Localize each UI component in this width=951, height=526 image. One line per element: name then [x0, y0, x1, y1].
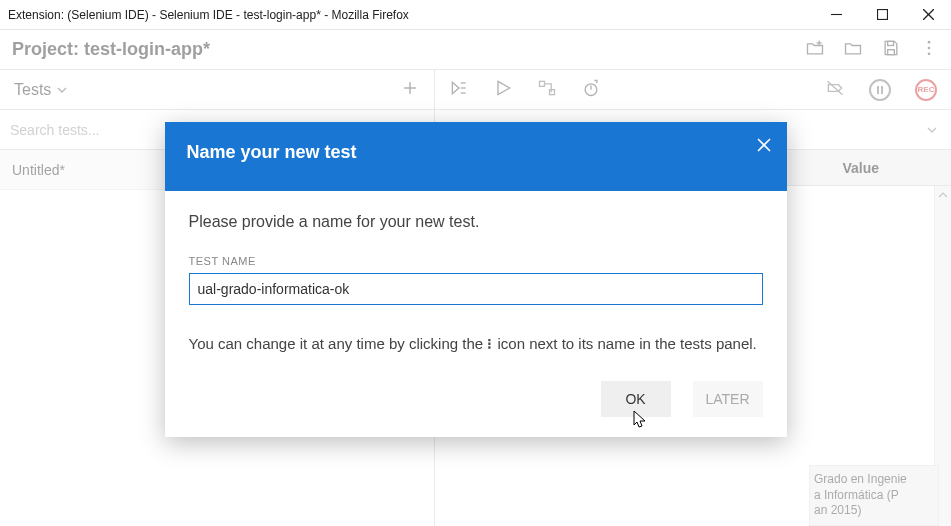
minimize-button[interactable]: [813, 0, 859, 30]
modal-hint: You can change it at any time by clickin…: [189, 333, 763, 355]
test-name-input[interactable]: [189, 273, 763, 305]
cursor-icon: [631, 409, 649, 431]
ok-button[interactable]: OK: [601, 381, 671, 417]
modal-overlay: Name your new test Please provide a name…: [0, 30, 951, 526]
window-buttons: [813, 0, 951, 30]
window-titlebar: Extension: (Selenium IDE) - Selenium IDE…: [0, 0, 951, 30]
svg-rect-1: [877, 10, 887, 20]
name-test-modal: Name your new test Please provide a name…: [165, 122, 787, 437]
close-icon: [756, 137, 772, 153]
maximize-button[interactable]: [859, 0, 905, 30]
close-window-button[interactable]: [905, 0, 951, 30]
modal-title: Name your new test: [187, 142, 357, 162]
window-title: Extension: (Selenium IDE) - Selenium IDE…: [8, 8, 409, 22]
modal-prompt: Please provide a name for your new test.: [189, 213, 763, 231]
test-name-label: TEST NAME: [189, 255, 763, 267]
modal-close-button[interactable]: [751, 132, 777, 158]
later-button[interactable]: LATER: [693, 381, 763, 417]
modal-header: Name your new test: [165, 122, 787, 191]
